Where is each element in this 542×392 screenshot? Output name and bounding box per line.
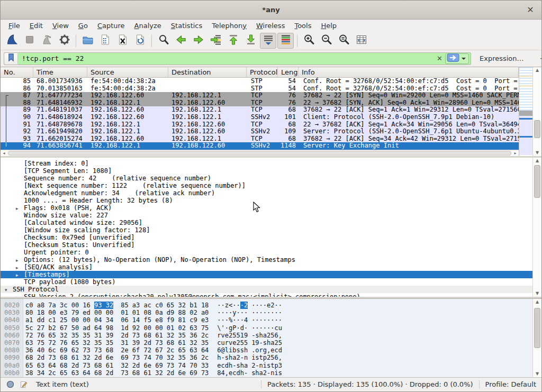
- menu-item[interactable]: Edit: [25, 21, 48, 31]
- hex-row[interactable]: 00505c 27 b2 67 50 ad 64 981d 92 00 00 0…: [1, 324, 532, 332]
- find-packet-button[interactable]: [155, 33, 171, 49]
- zoom-in-button[interactable]: [301, 33, 317, 49]
- resize-columns-button[interactable]: [353, 33, 369, 49]
- scroll-up-icon[interactable]: ▲: [533, 299, 541, 305]
- go-to-bottom-button[interactable]: [242, 33, 259, 49]
- capture-options-button[interactable]: [56, 33, 73, 49]
- menu-item[interactable]: Analyze: [130, 21, 166, 31]
- detail-tree-item[interactable]: [Checksum Status: Unverified]: [1, 241, 532, 249]
- menu-item[interactable]: Statistics: [166, 21, 207, 31]
- hex-vertical-scrollbar[interactable]: ▲ ▼: [532, 299, 541, 377]
- detail-tree-item[interactable]: [Window size scaling factor: 128]: [1, 226, 532, 234]
- menu-item[interactable]: File: [4, 21, 25, 31]
- scroll-down-icon[interactable]: ▼: [533, 150, 541, 156]
- packet-row[interactable]: 88 71.648146932 192.168.122.1 192.168.12…: [1, 99, 519, 107]
- detail-tree-item[interactable]: ▸Options: (12 bytes), No-Operation (NOP)…: [1, 256, 532, 263]
- filter-history-dropdown-icon[interactable]: [462, 58, 466, 62]
- intelligent-scrollbar-minimap[interactable]: [519, 67, 532, 156]
- hex-row[interactable]: 008036 40 6c 69 62 73 73 682e 6f 72 67 2…: [1, 347, 532, 354]
- expert-info-icon[interactable]: [6, 380, 15, 389]
- hex-row[interactable]: 0040a1 dd c1 25 00 00 04 3406 14 f5 e8 f…: [1, 316, 532, 324]
- reload-file-button[interactable]: [132, 33, 148, 49]
- vertical-scrollbar-thumb[interactable]: [534, 120, 540, 138]
- open-file-button[interactable]: [79, 33, 96, 49]
- detail-tree-item[interactable]: TCP payload (1080 bytes): [1, 278, 532, 286]
- menu-item[interactable]: View: [48, 21, 74, 31]
- filter-apply-icon[interactable]: [447, 53, 459, 64]
- detail-tree-item[interactable]: ▸SSH Version 2 (encryption:chacha20_poly…: [1, 293, 532, 297]
- go-back-button[interactable]: [173, 33, 189, 49]
- go-forward-button[interactable]: [190, 33, 206, 49]
- packet-list-horizontal-scrollbar[interactable]: ◂ ▸: [1, 150, 519, 156]
- hex-row[interactable]: 0020c0 a8 7a 3c 00 16 93 3285 a3 ac c0 6…: [1, 302, 532, 309]
- horizontal-scrollbar-thumb[interactable]: [8, 151, 511, 156]
- column-header-protocol[interactable]: Protocol: [247, 67, 278, 77]
- detail-tree-item[interactable]: [Calculated window size: 29056]: [1, 219, 532, 226]
- detail-tree-item[interactable]: [Stream index: 0]: [1, 160, 532, 167]
- details-vertical-scrollbar[interactable]: ▲ ▼: [532, 158, 541, 297]
- packet-row[interactable]: 85 68.001734936 fe:54:00:d4:38:2a STP 54…: [1, 78, 519, 85]
- packet-row[interactable]: 89 71.648191037 192.168.122.60 192.168.1…: [1, 106, 519, 114]
- close-icon[interactable]: ✕: [525, 4, 536, 16]
- detail-tree-item[interactable]: [TCP Segment Len: 1080]: [1, 167, 532, 175]
- scroll-right-icon[interactable]: ▸: [512, 150, 519, 156]
- scroll-down-icon[interactable]: ▼: [533, 371, 541, 377]
- stop-capture-button[interactable]: [21, 33, 38, 49]
- expander-icon[interactable]: ▸: [16, 205, 24, 212]
- menu-item[interactable]: Capture: [93, 21, 130, 31]
- packet-row[interactable]: 92 71.661949820 192.168.122.1 192.168.12…: [1, 128, 519, 135]
- vertical-scrollbar-thumb[interactable]: [534, 308, 540, 348]
- detail-tree-item[interactable]: ▸Flags: 0x018 (PSH, ACK): [1, 204, 532, 212]
- hex-row[interactable]: 006072 76 65 32 35 35 31 392d 73 68 61 3…: [1, 332, 532, 339]
- titlebar[interactable]: *any ✕: [1, 1, 541, 20]
- menu-item[interactable]: Go: [74, 21, 93, 31]
- column-header-info[interactable]: Info: [299, 67, 519, 77]
- start-capture-button[interactable]: [4, 33, 20, 49]
- detail-tree-item[interactable]: Sequence number: 42 (relative sequence n…: [1, 175, 532, 182]
- hex-row[interactable]: 009068 2d 73 68 61 32 2d 6e69 73 74 70 3…: [1, 354, 532, 361]
- go-to-packet-button[interactable]: [207, 33, 224, 49]
- menu-item[interactable]: Tools: [290, 21, 316, 31]
- filter-bookmark-button[interactable]: [4, 52, 18, 65]
- detail-tree-item[interactable]: ▸[Timestamps]: [1, 271, 532, 278]
- detail-tree-item[interactable]: Urgent pointer: 0: [1, 249, 532, 256]
- menu-item[interactable]: Help: [316, 21, 341, 31]
- expander-icon[interactable]: ▸: [16, 257, 24, 264]
- close-file-button[interactable]: [114, 33, 131, 49]
- expander-icon[interactable]: ▸: [16, 294, 24, 297]
- column-header-source[interactable]: Source: [87, 67, 168, 77]
- zoom-out-button[interactable]: [318, 33, 335, 49]
- expander-icon[interactable]: ▸: [16, 271, 24, 279]
- expander-icon[interactable]: ▾: [5, 286, 13, 294]
- profile-selector[interactable]: Profile: Default: [485, 380, 536, 388]
- save-file-button[interactable]: [97, 33, 113, 49]
- column-header-no[interactable]: No.: [1, 67, 33, 77]
- column-header-time[interactable]: Time: [33, 67, 87, 77]
- detail-tree-item[interactable]: 1000 .... = Header Length: 32 bytes (8): [1, 197, 532, 204]
- filter-clear-icon[interactable]: ✕: [434, 54, 445, 62]
- capture-comment-icon[interactable]: [20, 380, 28, 389]
- scroll-down-icon[interactable]: ▼: [533, 290, 541, 297]
- packet-list-vertical-scrollbar[interactable]: ▲ ▼: [532, 67, 541, 156]
- hex-row[interactable]: 00a065 63 64 68 2d 73 68 6132 2d 6e 69 7…: [1, 362, 532, 369]
- vertical-scrollbar-thumb[interactable]: [534, 165, 540, 198]
- colorize-button[interactable]: [277, 33, 294, 49]
- packet-row[interactable]: 86 70.013850163 fe:54:00:d4:38:2a STP 54…: [1, 85, 519, 93]
- detail-tree-item[interactable]: ▸[SEQ/ACK analysis]: [1, 263, 532, 271]
- expression-button[interactable]: Expression…: [480, 54, 524, 62]
- scroll-up-icon[interactable]: ▲: [533, 67, 541, 74]
- packet-row[interactable]: 94 71.663856741 192.168.122.1 192.168.12…: [1, 142, 519, 150]
- packet-row[interactable]: 93 71.662015274 192.168.122.60 192.168.1…: [1, 135, 519, 143]
- auto-scroll-button[interactable]: [260, 33, 276, 49]
- go-to-top-button[interactable]: [225, 33, 241, 49]
- column-header-destination[interactable]: Destination: [168, 67, 247, 77]
- display-filter-input[interactable]: !tcp.port == 22 ✕: [18, 52, 471, 65]
- menu-item[interactable]: Telephony: [207, 21, 251, 31]
- hex-row[interactable]: 007063 75 72 76 65 32 35 3531 39 2d 73 6…: [1, 339, 532, 347]
- hex-row[interactable]: 00b038 34 2c 65 63 64 68 2d73 68 61 32 2…: [1, 369, 532, 377]
- detail-tree-item[interactable]: Window size value: 227: [1, 212, 532, 219]
- scroll-left-icon[interactable]: ◂: [1, 150, 7, 156]
- scroll-up-icon[interactable]: ▲: [533, 158, 541, 164]
- packet-row[interactable]: 91 71.648789678 192.168.122.1 192.168.12…: [1, 121, 519, 129]
- menu-item[interactable]: Wireless: [251, 21, 290, 31]
